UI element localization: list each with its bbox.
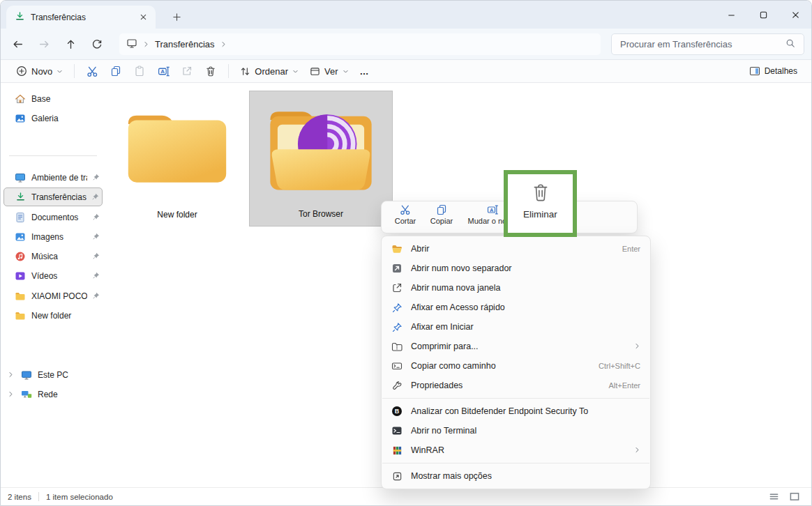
sidebar-item-musica[interactable]: Música (3, 247, 103, 266)
file-tile-new-folder[interactable]: New folder (105, 91, 249, 227)
file-tile-tor-browser[interactable]: Tor Browser (249, 91, 393, 227)
chevron-right-icon[interactable] (8, 390, 14, 399)
sidebar-item-label: Música (31, 252, 87, 261)
cut-menu-button[interactable]: Cortar (389, 204, 422, 225)
list-view-icon[interactable] (769, 491, 779, 502)
chevron-right-icon[interactable] (8, 370, 14, 380)
menu-item-mostrar-mais-opcoes[interactable]: Mostrar mais opções (384, 466, 647, 486)
terminal-icon (391, 425, 403, 436)
pin-icon (391, 321, 403, 332)
menu-item-abrir[interactable]: Abrir Enter (384, 239, 647, 259)
chevron-down-icon (57, 68, 63, 75)
context-menu: Abrir Enter Abrir num novo separador Abr… (381, 236, 651, 489)
menu-item-afixar-acesso-rapido[interactable]: Afixar em Acesso rápido (384, 298, 647, 317)
delete-menu-button[interactable]: Eliminar (523, 209, 557, 220)
share-button[interactable] (175, 62, 199, 80)
breadcrumb[interactable]: Transferências (119, 33, 601, 55)
sidebar-item-label: Transferências (31, 192, 87, 202)
sidebar-item-transferencias[interactable]: Transferências (3, 187, 103, 206)
up-button[interactable] (59, 33, 82, 54)
folder-icon (15, 291, 26, 302)
sort-arrows-icon (240, 66, 250, 77)
breadcrumb-item[interactable]: Transferências (155, 39, 215, 49)
winrar-icon (391, 445, 403, 456)
forward-button[interactable] (33, 33, 55, 54)
menu-item-bitdefender-scan[interactable]: B Analizar con Bitdefender Endpoint Secu… (384, 401, 647, 421)
sidebar-item-label: Galeria (31, 114, 103, 123)
pin-icon (92, 192, 99, 202)
new-tab-button[interactable] (168, 8, 185, 25)
pin-icon (93, 252, 100, 261)
svg-text:B: B (395, 408, 400, 415)
menu-item-propriedades[interactable]: Propriedades Alt+Enter (384, 376, 647, 395)
menu-item-afixar-iniciar[interactable]: Afixar em Iniciar (384, 317, 647, 337)
rename-button[interactable]: A (151, 62, 175, 80)
sidebar-item-videos[interactable]: Vídeos (3, 266, 103, 285)
chevron-right-icon (220, 39, 227, 49)
copy-menu-button[interactable]: Copiar (425, 204, 458, 225)
tab-bar: Transferências (1, 1, 811, 29)
menu-item-abrir-novo-separador[interactable]: Abrir num novo separador (384, 259, 647, 278)
zip-folder-icon (391, 341, 403, 352)
more-options-button[interactable]: … (354, 63, 375, 79)
maximize-button[interactable] (747, 1, 779, 29)
cut-button[interactable] (80, 62, 104, 80)
sidebar-item-base[interactable]: Base (3, 89, 103, 108)
sidebar-item-xiaomi-poco[interactable]: XIAOMI POCO F (3, 286, 103, 305)
sidebar-item-label: Documentos (31, 213, 87, 222)
pin-icon (93, 291, 100, 301)
copy-label: Copiar (430, 217, 453, 225)
pin-icon (391, 302, 403, 313)
details-pane-button[interactable]: Detalhes (745, 63, 802, 79)
pictures-icon (15, 231, 26, 243)
menu-item-comprimir-para[interactable]: Comprimir para... (384, 337, 647, 356)
paste-button[interactable] (128, 62, 151, 80)
back-button[interactable] (6, 33, 29, 54)
sidebar-item-label: XIAOMI POCO F (31, 291, 87, 301)
copy-path-icon (391, 360, 403, 371)
view-button[interactable]: Ver (304, 63, 354, 79)
menu-item-abrir-terminal[interactable]: Abrir no Terminal (384, 421, 647, 440)
sidebar-item-este-pc[interactable]: Este PC (3, 365, 103, 384)
menu-item-winrar[interactable]: WinRAR (384, 440, 647, 460)
refresh-button[interactable] (86, 33, 108, 54)
status-divider (38, 492, 39, 501)
new-button[interactable]: Novo (10, 63, 68, 79)
sidebar-item-ambiente-de-trabalho[interactable]: Ambiente de tra (3, 168, 103, 187)
properties-wrench-icon (391, 380, 403, 391)
search-input[interactable]: Procurar em Transferências (611, 33, 804, 55)
menu-item-abrir-nova-janela[interactable]: Abrir numa nova janela (384, 278, 647, 298)
sidebar-item-label: Este PC (38, 370, 103, 380)
sidebar-item-new-folder[interactable]: New folder (3, 306, 103, 325)
tab-close-icon[interactable] (136, 10, 150, 24)
menu-item-copiar-como-caminho[interactable]: Copiar como caminho Ctrl+Shift+C (384, 356, 647, 376)
sort-button[interactable]: Ordenar (234, 63, 304, 79)
view-icon (310, 66, 320, 77)
ellipsis-icon: … (360, 66, 370, 77)
thumbnail-view-icon[interactable] (789, 491, 800, 502)
tab-transferencias[interactable]: Transferências (6, 6, 156, 29)
search-icon[interactable] (785, 38, 795, 50)
sidebar-item-rede[interactable]: Rede (3, 385, 103, 404)
sidebar-item-documentos[interactable]: Documentos (3, 208, 103, 227)
trash-icon[interactable] (532, 183, 550, 202)
chevron-down-icon (292, 68, 299, 75)
pin-icon (93, 173, 100, 183)
svg-text:A: A (160, 68, 165, 75)
sidebar-item-imagens[interactable]: Imagens (3, 227, 103, 246)
sidebar-item-galeria[interactable]: Galeria (3, 109, 103, 128)
copy-button[interactable] (104, 62, 128, 80)
toolbar-divider (74, 64, 75, 78)
selected-count: 1 item selecionado (46, 493, 113, 501)
folder-open-icon (391, 243, 403, 254)
close-button[interactable] (779, 1, 811, 29)
open-new-tab-icon (391, 263, 403, 274)
minimize-button[interactable] (715, 1, 747, 29)
this-pc-icon (21, 369, 32, 381)
sidebar-item-label: Rede (38, 390, 103, 399)
pin-icon (93, 232, 100, 242)
home-icon (15, 93, 26, 105)
sidebar-item-label: New folder (31, 311, 103, 321)
delete-button[interactable] (199, 62, 223, 80)
svg-text:A: A (490, 207, 494, 213)
